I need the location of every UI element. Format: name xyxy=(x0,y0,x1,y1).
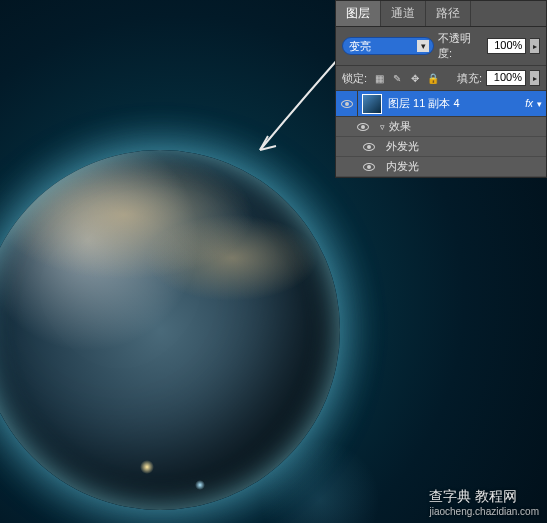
effect-outer-glow[interactable]: 外发光 xyxy=(336,137,546,157)
effect-label: 内发光 xyxy=(386,159,419,174)
layer-name: 图层 11 副本 4 xyxy=(386,96,521,111)
panel-tabs: 图层 通道 路径 xyxy=(336,1,546,27)
eye-icon xyxy=(341,100,353,108)
tab-layers[interactable]: 图层 xyxy=(336,1,381,26)
blend-opacity-row: 变亮 ▾ 不透明度: 100% ▸ xyxy=(336,27,546,66)
fill-stepper[interactable]: ▸ xyxy=(530,70,540,86)
effects-header[interactable]: ▿ 效果 xyxy=(336,117,546,137)
lock-transparency-icon[interactable]: ▦ xyxy=(371,70,387,86)
fx-badge[interactable]: fx xyxy=(521,98,537,109)
blend-mode-value: 变亮 xyxy=(349,39,371,54)
lock-pixels-icon[interactable]: ✎ xyxy=(389,70,405,86)
watermark-main: 查字典 教程网 xyxy=(429,488,517,504)
visibility-toggle[interactable] xyxy=(358,137,380,156)
effects-label: 效果 xyxy=(389,119,411,134)
layer-thumbnail[interactable] xyxy=(362,94,382,114)
watermark-sub: jiaocheng.chazidian.com xyxy=(429,506,539,517)
opacity-label: 不透明度: xyxy=(438,31,483,61)
fx-expand-icon[interactable]: ▾ xyxy=(537,99,546,109)
layers-panel: 图层 通道 路径 变亮 ▾ 不透明度: 100% ▸ 锁定: ▦ ✎ ✥ 🔒 填… xyxy=(335,0,547,178)
chevron-down-icon: ▾ xyxy=(417,40,429,52)
flare-dot xyxy=(140,460,154,474)
visibility-toggle[interactable] xyxy=(358,157,380,176)
effect-inner-glow[interactable]: 内发光 xyxy=(336,157,546,177)
fill-label: 填充: xyxy=(457,71,482,86)
blend-mode-select[interactable]: 变亮 ▾ xyxy=(342,37,434,55)
visibility-toggle[interactable] xyxy=(352,117,374,136)
opacity-input[interactable]: 100% xyxy=(487,38,526,54)
effect-label: 外发光 xyxy=(386,139,419,154)
layer-list: 图层 11 副本 4 fx ▾ ▿ 效果 外发光 内发光 xyxy=(336,91,546,177)
fill-input[interactable]: 100% xyxy=(486,70,526,86)
layer-row[interactable]: 图层 11 副本 4 fx ▾ xyxy=(336,91,546,117)
visibility-toggle[interactable] xyxy=(336,91,358,116)
tab-paths[interactable]: 路径 xyxy=(426,1,471,26)
lock-icons: ▦ ✎ ✥ 🔒 xyxy=(371,70,441,86)
lock-position-icon[interactable]: ✥ xyxy=(407,70,423,86)
tab-channels[interactable]: 通道 xyxy=(381,1,426,26)
watermark: 查字典 教程网 jiaocheng.chazidian.com xyxy=(429,488,539,517)
lock-label: 锁定: xyxy=(342,71,367,86)
eye-icon xyxy=(363,163,375,171)
eye-icon xyxy=(357,123,369,131)
flare-dot xyxy=(195,480,205,490)
triangle-down-icon: ▿ xyxy=(380,122,385,132)
lock-fill-row: 锁定: ▦ ✎ ✥ 🔒 填充: 100% ▸ xyxy=(336,66,546,91)
eye-icon xyxy=(363,143,375,151)
opacity-stepper[interactable]: ▸ xyxy=(530,38,540,54)
lock-all-icon[interactable]: 🔒 xyxy=(425,70,441,86)
